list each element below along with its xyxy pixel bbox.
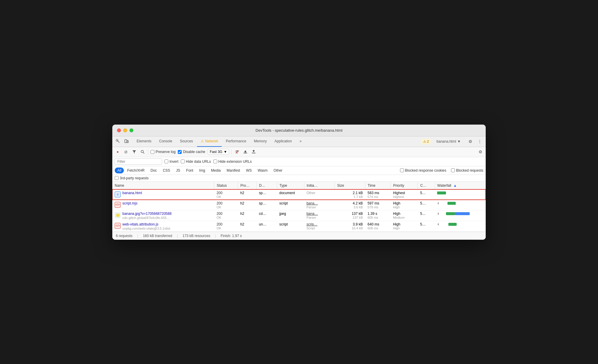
- table-row[interactable]: </> web-vitals.attribution.js unpkg.com/…: [112, 221, 486, 231]
- header-initiator[interactable]: Initia…: [304, 182, 335, 190]
- tab-elements[interactable]: Elements: [133, 136, 155, 147]
- initiator-cell-2: bana… Parser: [304, 210, 335, 221]
- tab-console[interactable]: Console: [156, 136, 176, 147]
- clear-button[interactable]: ⊘: [123, 149, 129, 155]
- waterfall-cell-2: [435, 210, 486, 221]
- domain-cell-2: cd…: [257, 210, 277, 221]
- initiator-cell-0: Other: [304, 189, 335, 200]
- table-row[interactable]: 🌟 banana.jpg?v=1705668720588 cdn.glitch.…: [112, 210, 486, 221]
- filter-manifest[interactable]: Manifest: [224, 167, 243, 173]
- minimize-button[interactable]: [123, 128, 127, 132]
- blocked-requests-checkbox[interactable]: [451, 168, 455, 172]
- filter-ws[interactable]: WS: [243, 167, 254, 173]
- hide-extension-urls-checkbox[interactable]: [213, 160, 217, 163]
- header-cookies[interactable]: C…: [418, 182, 435, 190]
- filter-css[interactable]: CSS: [160, 167, 173, 173]
- network-warning-icon: ⚠: [201, 139, 204, 143]
- protocol-cell-1: h2: [238, 200, 257, 210]
- export-icon[interactable]: [251, 149, 257, 155]
- tab-more[interactable]: »: [296, 136, 305, 147]
- preserve-log-checkbox[interactable]: [151, 150, 154, 154]
- tab-performance[interactable]: Performance: [222, 136, 250, 147]
- time-primary-1: 597 ms: [367, 201, 388, 205]
- priority-primary-1: High: [393, 201, 415, 205]
- more-options-icon[interactable]: ⋮: [476, 138, 483, 145]
- invert-label: Invert: [170, 160, 178, 164]
- current-page-selector[interactable]: banana.html ▼: [433, 136, 464, 147]
- filter-font[interactable]: Font: [183, 167, 196, 173]
- filter-media[interactable]: Media: [208, 167, 223, 173]
- inspect-icon[interactable]: [115, 138, 122, 145]
- table-row[interactable]: </> script.mjs 200 OK h2 sp… s: [112, 200, 486, 210]
- cookies-cell-2: 5…: [418, 210, 435, 221]
- header-priority[interactable]: Priority: [391, 182, 418, 190]
- disable-cache-checkbox[interactable]: [178, 150, 182, 154]
- tab-bar-left-icons: [115, 138, 130, 145]
- third-party-row: 3rd-party requests: [112, 175, 486, 182]
- filter-other[interactable]: Other: [271, 167, 285, 173]
- svg-rect-9: [244, 153, 247, 153]
- tab-sources[interactable]: Sources: [176, 136, 196, 147]
- status-bar: 6 requests | 160 kB transferred | 173 kB…: [112, 232, 486, 240]
- blocked-cookies-checkbox[interactable]: [400, 168, 404, 172]
- record-button[interactable]: ●: [115, 149, 121, 155]
- status-text-3: OK: [217, 226, 236, 230]
- header-waterfall[interactable]: Waterfall ▲: [435, 182, 486, 190]
- dropdown-arrow-icon: ▼: [457, 139, 461, 144]
- invert-checkbox[interactable]: [164, 160, 168, 163]
- filter-wasm[interactable]: Wasm: [255, 167, 271, 173]
- header-protocol[interactable]: Pro…: [238, 182, 257, 190]
- svg-marker-4: [132, 150, 136, 153]
- invert-group: Invert: [164, 160, 178, 164]
- file-name-1: script.mjs: [122, 201, 137, 205]
- search-icon[interactable]: [140, 149, 145, 155]
- no-throttle-wifi-icon[interactable]: [234, 149, 240, 155]
- table-row[interactable]: ≡ banana.html 200 OK h2 sp… do: [112, 189, 486, 200]
- device-toolbar-icon[interactable]: [123, 138, 130, 145]
- devtools-settings-icon[interactable]: ⚙: [477, 149, 483, 155]
- filter-icon[interactable]: [131, 149, 137, 155]
- table-body: ≡ banana.html 200 OK h2 sp… do: [112, 189, 486, 231]
- priority-secondary-0: Highest: [393, 195, 415, 199]
- import-icon[interactable]: [242, 149, 248, 155]
- warning-count-badge[interactable]: ⚠ ⚠ 2 2: [421, 139, 431, 144]
- close-button[interactable]: [117, 128, 121, 132]
- domain-cell-1: sp…: [257, 200, 277, 210]
- hide-data-urls-group: Hide data URLs: [181, 160, 211, 164]
- toolbar-right: ⚙: [477, 149, 483, 155]
- settings-icon[interactable]: ⚙: [467, 138, 474, 145]
- throttle-selector[interactable]: Fast 3G ▼: [208, 149, 229, 155]
- status-sep-3: |: [215, 234, 216, 238]
- maximize-button[interactable]: [129, 128, 133, 132]
- filter-input[interactable]: [115, 158, 162, 165]
- hide-data-urls-checkbox[interactable]: [181, 160, 185, 163]
- header-time[interactable]: Time: [365, 182, 391, 190]
- header-name[interactable]: Name: [112, 182, 214, 190]
- filter-img[interactable]: Img: [196, 167, 208, 173]
- filter-all[interactable]: All: [115, 167, 124, 173]
- third-party-checkbox[interactable]: [115, 176, 119, 180]
- initiator-link-3: scrip…: [306, 222, 332, 226]
- preserve-log-label: Preserve log: [156, 150, 175, 154]
- priority-cell-0: Highest Highest: [391, 189, 418, 200]
- priority-secondary-2: Medium: [393, 216, 415, 219]
- hide-data-urls-label: Hide data URLs: [186, 160, 211, 164]
- initiator-sub-2: Parser: [306, 216, 332, 219]
- waterfall-cell-3: [435, 221, 486, 231]
- header-size[interactable]: Size: [335, 182, 365, 190]
- size-cell-3: 3.9 kB 10.4 kB: [335, 221, 365, 231]
- type-filter-bar: All Fetch/XHR Doc CSS JS Font Img Media …: [112, 166, 486, 175]
- header-domain[interactable]: D…: [257, 182, 277, 190]
- filter-doc[interactable]: Doc: [148, 167, 159, 173]
- tab-memory[interactable]: Memory: [250, 136, 270, 147]
- svg-line-6: [143, 152, 144, 154]
- filter-js[interactable]: JS: [173, 167, 183, 173]
- initiator-value-0: Other: [306, 191, 332, 195]
- third-party-group: 3rd-party requests: [115, 176, 483, 180]
- filter-fetch-xhr[interactable]: Fetch/XHR: [124, 167, 147, 173]
- header-type[interactable]: Type: [277, 182, 304, 190]
- priority-cell-2: High Medium: [391, 210, 418, 221]
- tab-network[interactable]: ⚠ Network: [197, 136, 222, 147]
- tab-application[interactable]: Application: [271, 136, 295, 147]
- header-status[interactable]: Status: [214, 182, 238, 190]
